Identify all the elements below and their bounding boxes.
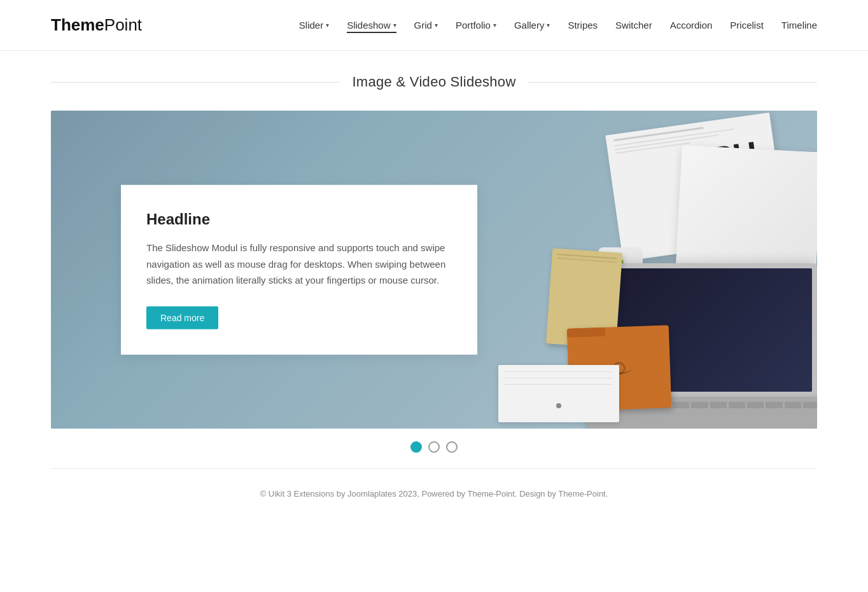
site-footer: © Uikit 3 Extensions by Joomlaplates 202…	[0, 469, 868, 519]
nav-item-stripes[interactable]: Stripes	[568, 17, 598, 33]
slideshow-dots	[0, 429, 868, 468]
nav-item-switcher[interactable]: Switcher	[615, 17, 652, 33]
chevron-down-icon: ▾	[435, 22, 438, 29]
chevron-down-icon: ▾	[547, 22, 550, 29]
slide-body-text: The Slideshow Modul is fully responsive …	[146, 240, 452, 289]
site-logo[interactable]: ThemePoint	[51, 15, 142, 35]
nav-item-pricelist[interactable]: Pricelist	[730, 17, 764, 33]
nav-item-accordion[interactable]: Accordion	[670, 17, 713, 33]
site-header: ThemePoint Slider ▾ Slideshow ▾ Grid ▾ P…	[0, 0, 868, 51]
nav-item-slideshow[interactable]: Slideshow ▾	[347, 17, 396, 33]
page-title-section: Image & Video Slideshow	[0, 51, 868, 111]
read-more-button[interactable]: Read more	[146, 306, 218, 329]
slide-dot-3[interactable]	[446, 441, 458, 453]
logo-light: Point	[104, 15, 142, 34]
chevron-down-icon: ▾	[326, 22, 329, 29]
main-nav: Slider ▾ Slideshow ▾ Grid ▾ Portfolio ▾ …	[299, 17, 817, 33]
nav-item-gallery[interactable]: Gallery ▾	[514, 17, 550, 33]
footer-text: © Uikit 3 Extensions by Joomlaplates 202…	[51, 489, 817, 499]
title-line-right	[529, 82, 817, 83]
slide-content-box: Headline The Slideshow Modul is fully re…	[121, 185, 477, 355]
title-line-left	[51, 82, 339, 83]
chevron-down-icon: ▾	[393, 22, 396, 29]
decorative-papers	[498, 365, 619, 422]
logo-bold: Theme	[51, 15, 104, 34]
slide-dot-1[interactable]	[410, 441, 422, 453]
page-title: Image & Video Slideshow	[352, 74, 515, 90]
nav-item-timeline[interactable]: Timeline	[781, 17, 817, 33]
chevron-down-icon: ▾	[493, 22, 496, 29]
nav-item-grid[interactable]: Grid ▾	[414, 17, 438, 33]
nav-item-slider[interactable]: Slider ▾	[299, 17, 329, 33]
slide-headline: Headline	[146, 210, 452, 228]
nav-item-portfolio[interactable]: Portfolio ▾	[456, 17, 496, 33]
slide-dot-2[interactable]	[428, 441, 440, 453]
slideshow: BU 🌵	[51, 111, 817, 429]
